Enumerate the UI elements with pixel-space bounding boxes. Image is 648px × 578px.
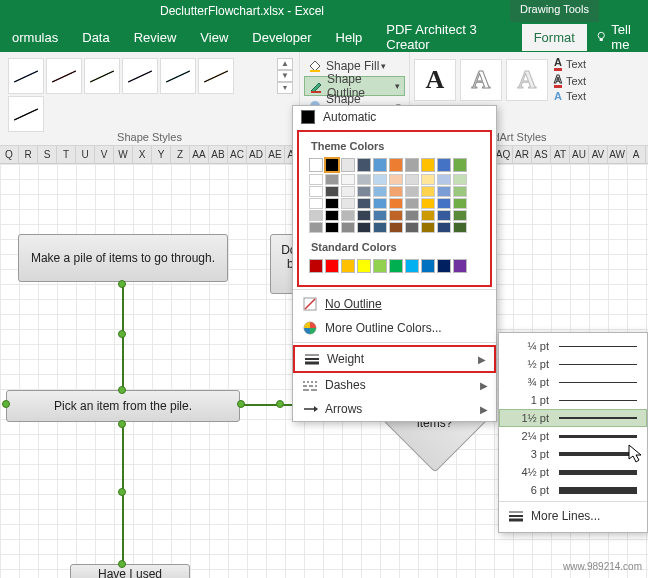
weight-option[interactable]: 4½ pt — [499, 463, 647, 481]
color-swatch[interactable] — [389, 186, 403, 197]
weight-option[interactable]: 1 pt — [499, 391, 647, 409]
color-swatch[interactable] — [421, 259, 435, 273]
column-header[interactable]: AB — [209, 146, 228, 163]
color-swatch[interactable] — [437, 186, 451, 197]
column-header[interactable]: R — [19, 146, 38, 163]
column-header[interactable]: W — [114, 146, 133, 163]
color-swatch[interactable] — [421, 210, 435, 221]
column-header[interactable]: AR — [513, 146, 532, 163]
line-style-swatch[interactable] — [8, 58, 44, 94]
color-swatch[interactable] — [357, 222, 371, 233]
color-swatch[interactable] — [453, 210, 467, 221]
gallery-down-icon[interactable]: ▼ — [277, 70, 293, 82]
color-swatch[interactable] — [357, 210, 371, 221]
color-swatch[interactable] — [373, 222, 387, 233]
column-header[interactable]: Y — [152, 146, 171, 163]
flowchart-box[interactable]: Have I used — [70, 564, 190, 578]
wordart-style[interactable]: A — [506, 59, 548, 101]
text-fill-button[interactable]: AText — [554, 56, 586, 71]
color-swatch[interactable] — [453, 198, 467, 209]
color-swatch[interactable] — [405, 158, 419, 172]
line-style-swatch[interactable] — [198, 58, 234, 94]
gallery-more-icon[interactable]: ▾ — [277, 82, 293, 94]
column-header[interactable]: AT — [551, 146, 570, 163]
color-swatch[interactable] — [309, 259, 323, 273]
color-swatch[interactable] — [373, 210, 387, 221]
color-swatch[interactable] — [325, 222, 339, 233]
color-swatch[interactable] — [437, 222, 451, 233]
color-swatch[interactable] — [341, 210, 355, 221]
color-swatch[interactable] — [357, 186, 371, 197]
column-header[interactable]: AV — [589, 146, 608, 163]
color-swatch[interactable] — [437, 158, 451, 172]
color-swatch[interactable] — [389, 222, 403, 233]
connector-handle[interactable] — [118, 386, 126, 394]
wordart-style[interactable]: A — [460, 59, 502, 101]
color-swatch[interactable] — [389, 174, 403, 185]
color-swatch[interactable] — [309, 158, 323, 172]
color-swatch[interactable] — [405, 259, 419, 273]
weight-option[interactable]: 2¼ pt — [499, 427, 647, 445]
color-swatch[interactable] — [341, 174, 355, 185]
tab-view[interactable]: View — [188, 24, 240, 51]
text-effects-button[interactable]: AText — [554, 90, 586, 102]
color-swatch[interactable] — [373, 259, 387, 273]
column-header[interactable]: AA — [190, 146, 209, 163]
line-style-gallery[interactable] — [8, 58, 268, 132]
color-swatch[interactable] — [357, 158, 371, 172]
color-swatch[interactable] — [309, 222, 323, 233]
color-swatch[interactable] — [389, 198, 403, 209]
color-swatch[interactable] — [389, 259, 403, 273]
column-header[interactable]: U — [76, 146, 95, 163]
column-header[interactable]: AE — [266, 146, 285, 163]
connector-handle[interactable] — [118, 330, 126, 338]
flowchart-box[interactable]: Make a pile of items to go through. — [18, 234, 228, 282]
color-swatch[interactable] — [453, 222, 467, 233]
color-swatch[interactable] — [309, 174, 323, 185]
more-lines-item[interactable]: More Lines... — [499, 504, 647, 528]
color-swatch[interactable] — [341, 186, 355, 197]
column-header[interactable]: Q — [0, 146, 19, 163]
color-swatch[interactable] — [437, 259, 451, 273]
color-swatch[interactable] — [325, 158, 339, 172]
column-header[interactable]: AS — [532, 146, 551, 163]
color-swatch[interactable] — [421, 222, 435, 233]
connector-handle[interactable] — [118, 420, 126, 428]
color-swatch[interactable] — [341, 198, 355, 209]
more-outline-colors-item[interactable]: More Outline Colors... — [293, 316, 496, 340]
color-swatch[interactable] — [357, 174, 371, 185]
color-swatch[interactable] — [341, 158, 355, 172]
color-swatch[interactable] — [453, 259, 467, 273]
color-swatch[interactable] — [325, 174, 339, 185]
weight-option[interactable]: 3 pt — [499, 445, 647, 463]
color-swatch[interactable] — [373, 158, 387, 172]
color-swatch[interactable] — [421, 186, 435, 197]
color-swatch[interactable] — [373, 174, 387, 185]
color-swatch[interactable] — [325, 259, 339, 273]
wordart-style[interactable]: A — [414, 59, 456, 101]
color-swatch[interactable] — [405, 210, 419, 221]
weight-option[interactable]: 6 pt — [499, 481, 647, 499]
weight-option[interactable]: ¼ pt — [499, 337, 647, 355]
weight-item[interactable]: Weight ▶ — [293, 345, 496, 373]
line-style-swatch[interactable] — [122, 58, 158, 94]
color-swatch[interactable] — [405, 222, 419, 233]
no-outline-item[interactable]: No Outline — [293, 292, 496, 316]
column-header[interactable]: AW — [608, 146, 627, 163]
color-swatch[interactable] — [341, 259, 355, 273]
color-swatch[interactable] — [437, 210, 451, 221]
tab-data[interactable]: Data — [70, 24, 121, 51]
connector-handle[interactable] — [118, 560, 126, 568]
color-swatch[interactable] — [437, 198, 451, 209]
column-header[interactable]: A — [627, 146, 646, 163]
color-swatch[interactable] — [325, 210, 339, 221]
color-swatch[interactable] — [309, 186, 323, 197]
line-style-swatch[interactable] — [84, 58, 120, 94]
color-swatch[interactable] — [357, 198, 371, 209]
column-header[interactable]: V — [95, 146, 114, 163]
text-outline-button[interactable]: AText — [554, 73, 586, 88]
line-style-swatch[interactable] — [46, 58, 82, 94]
column-header[interactable]: Z — [171, 146, 190, 163]
color-swatch[interactable] — [341, 222, 355, 233]
column-header[interactable]: T — [57, 146, 76, 163]
